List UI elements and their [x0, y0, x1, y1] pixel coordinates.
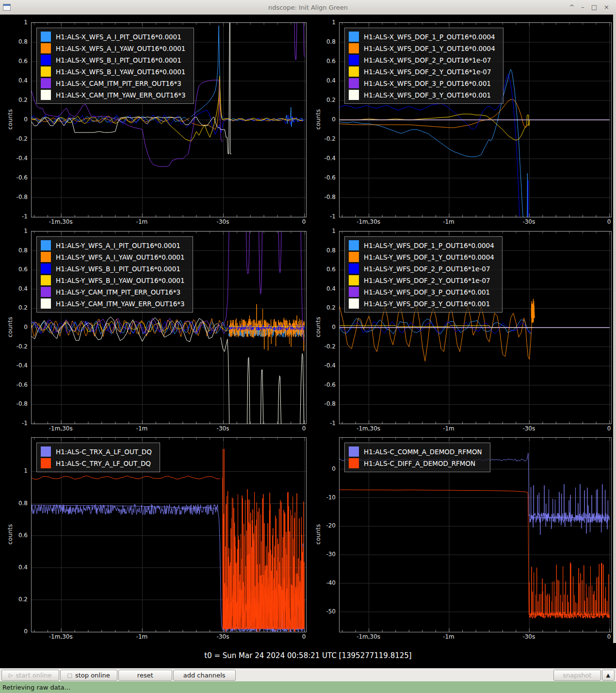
y-tick-label: 0	[0, 116, 28, 123]
plot-x-wfs-dof[interactable]: H1:ALS-X_WFS_DOF_1_P_OUT16*0.0004H1:ALS-…	[308, 15, 613, 228]
plot-trx-try[interactable]: H1:ALS-C_TRX_A_LF_OUT_DQH1:ALS-C_TRY_A_L…	[0, 434, 308, 643]
y-tick-label: 0.2	[308, 97, 336, 103]
x-tick-label: -1m,30s	[39, 633, 82, 640]
panel-toggle-button[interactable]: ▲	[602, 670, 615, 681]
y-tick-label: 0.8	[0, 38, 28, 45]
y-tick-label: -0.8	[0, 194, 28, 200]
plot-area[interactable]: H1:ALS-Y_WFS_A_I_PIT_OUT16*0.0001H1:ALS-…	[31, 231, 307, 424]
y-axis-label: counts	[6, 317, 14, 337]
legend-swatch	[349, 66, 359, 77]
plot-area[interactable]: H1:ALS-X_WFS_DOF_1_P_OUT16*0.0004H1:ALS-…	[339, 22, 612, 217]
plot-legend[interactable]: H1:ALS-X_WFS_A_I_PIT_OUT16*0.0001H1:ALS-…	[36, 28, 194, 104]
stop-icon: □	[67, 672, 72, 678]
maximize-icon[interactable]: □	[591, 0, 597, 15]
x-tick-label: -1m,30s	[39, 218, 82, 225]
y-tick-label: -0.8	[308, 194, 336, 200]
legend-swatch	[41, 55, 51, 65]
plot-area[interactable]: H1:ALS-X_WFS_A_I_PIT_OUT16*0.0001H1:ALS-…	[31, 22, 307, 217]
legend-entry: H1:ALS-X_WFS_A_I_YAW_OUT16*0.0001	[41, 43, 186, 53]
y-tick-label: -0.4	[308, 155, 336, 162]
x-tick-label: 0	[587, 425, 613, 432]
legend-entry: H1:ALS-X_WFS_DOF_1_Y_OUT16*0.0004	[349, 43, 495, 53]
y-axis-label: counts	[314, 109, 322, 130]
y-tick-label: -40	[308, 579, 336, 586]
legend-entry: H1:ALS-Y_WFS_B_I_PIT_OUT16*0.0001	[41, 264, 185, 274]
legend-channel-label: H1:ALS-X_WFS_DOF_2_P_OUT16*1e-07	[364, 56, 491, 64]
y-tick-label: 0.6	[0, 532, 28, 539]
legend-channel-label: H1:ALS-X_WFS_DOF_1_P_OUT16*0.0004	[364, 33, 495, 41]
plot-legend[interactable]: H1:ALS-C_COMM_A_DEMOD_RFMONH1:ALS-C_DIFF…	[344, 443, 490, 472]
close-icon[interactable]: ×	[604, 0, 609, 15]
y-axis-label: counts	[314, 317, 322, 337]
legend-channel-label: H1:ALS-X_CAM_ITM_YAW_ERR_OUT16*3	[56, 91, 186, 99]
plot-legend[interactable]: H1:ALS-C_TRX_A_LF_OUT_DQH1:ALS-C_TRY_A_L…	[36, 443, 160, 472]
legend-channel-label: H1:ALS-Y_WFS_A_I_PIT_OUT16*0.0001	[56, 242, 180, 249]
y-tick-label: -0.6	[308, 381, 336, 388]
reset-button[interactable]: reset	[118, 670, 172, 681]
status-bar: Retrieving raw data...	[0, 681, 616, 693]
legend-channel-label: H1:ALS-Y_CAM_ITM_PIT_ERR_OUT16*3	[56, 288, 180, 296]
y-tick-label: 0.2	[0, 97, 28, 103]
legend-swatch	[349, 78, 359, 88]
legend-swatch	[349, 32, 359, 42]
y-tick-label: -0.4	[0, 362, 28, 369]
legend-entry: H1:ALS-Y_WFS_DOF_3_P_OUT16*0.001	[349, 287, 494, 297]
plot-area[interactable]: H1:ALS-C_TRX_A_LF_OUT_DQH1:ALS-C_TRY_A_L…	[31, 437, 307, 632]
plot-x-wfs[interactable]: H1:ALS-X_WFS_A_I_PIT_OUT16*0.0001H1:ALS-…	[0, 15, 308, 228]
plot-y-wfs-dof[interactable]: H1:ALS-Y_WFS_DOF_1_P_OUT16*0.0004H1:ALS-…	[308, 228, 613, 434]
y-tick-label: 0	[0, 628, 28, 635]
legend-entry: H1:ALS-X_WFS_DOF_1_P_OUT16*0.0004	[349, 32, 495, 42]
t0-timestamp: t0 = Sun Mar 24 2024 00:58:21 UTC [13952…	[0, 643, 616, 668]
shade-icon[interactable]: ^	[569, 0, 574, 15]
legend-entry: H1:ALS-X_WFS_DOF_3_P_OUT16*0.001	[349, 78, 495, 88]
x-tick-label: -30s	[201, 425, 245, 432]
legend-channel-label: H1:ALS-X_WFS_DOF_2_Y_OUT16*1e-07	[364, 68, 491, 76]
legend-entry: H1:ALS-X_WFS_B_I_YAW_OUT16*0.0001	[41, 66, 186, 77]
title-bar[interactable]: ndscope: Init Align Green ^ – □ ×	[0, 0, 616, 15]
add-channels-button[interactable]: add channels	[173, 670, 236, 681]
plot-demod-rfmon[interactable]: H1:ALS-C_COMM_A_DEMOD_RFMONH1:ALS-C_DIFF…	[308, 434, 613, 643]
y-tick-label: -0.2	[0, 343, 28, 350]
x-tick-label: -1m,30s	[347, 633, 390, 640]
legend-entry: H1:ALS-C_DIFF_A_DEMOD_RFMON	[349, 458, 482, 468]
legend-swatch	[41, 446, 51, 457]
y-tick-label: 0	[308, 465, 336, 472]
legend-swatch	[41, 298, 51, 309]
y-tick-label: 0.4	[0, 285, 28, 292]
x-tick-label: -30s	[507, 633, 551, 640]
y-tick-label: -0.2	[308, 135, 336, 142]
y-tick-label: -1	[308, 420, 336, 427]
y-tick-label: 0.6	[308, 58, 336, 65]
legend-channel-label: H1:ALS-C_TRX_A_LF_OUT_DQ	[56, 448, 152, 456]
x-tick-label: -1m,30s	[39, 425, 82, 432]
legend-entry: H1:ALS-C_COMM_A_DEMOD_RFMON	[349, 446, 482, 457]
x-tick-label: 0	[282, 633, 308, 640]
x-tick-label: -1m	[120, 218, 163, 225]
legend-channel-label: H1:ALS-Y_WFS_A_I_YAW_OUT16*0.0001	[56, 253, 185, 261]
legend-swatch	[41, 90, 51, 100]
legend-channel-label: H1:ALS-C_COMM_A_DEMOD_RFMON	[364, 448, 482, 456]
legend-entry: H1:ALS-Y_WFS_B_I_YAW_OUT16*0.0001	[41, 275, 185, 285]
legend-channel-label: H1:ALS-Y_WFS_B_I_YAW_OUT16*0.0001	[56, 277, 185, 284]
y-tick-label: 0.6	[0, 58, 28, 65]
legend-entry: H1:ALS-Y_WFS_DOF_1_Y_OUT16*0.0004	[349, 252, 494, 262]
minimize-icon[interactable]: –	[581, 0, 584, 15]
legend-channel-label: H1:ALS-X_WFS_B_I_YAW_OUT16*0.0001	[56, 68, 185, 76]
plot-legend[interactable]: H1:ALS-Y_WFS_DOF_1_P_OUT16*0.0004H1:ALS-…	[344, 236, 503, 313]
plot-area[interactable]: H1:ALS-Y_WFS_DOF_1_P_OUT16*0.0004H1:ALS-…	[339, 231, 612, 424]
snapshot-button[interactable]: snapshot	[553, 670, 600, 681]
x-tick-label: 0	[282, 425, 308, 432]
y-tick-label: -0.8	[0, 400, 28, 407]
plot-area[interactable]: H1:ALS-C_COMM_A_DEMOD_RFMONH1:ALS-C_DIFF…	[339, 437, 612, 632]
legend-swatch	[349, 458, 359, 468]
plot-legend[interactable]: H1:ALS-X_WFS_DOF_1_P_OUT16*0.0004H1:ALS-…	[344, 28, 503, 104]
plot-y-wfs[interactable]: H1:ALS-Y_WFS_A_I_PIT_OUT16*0.0001H1:ALS-…	[0, 228, 308, 434]
window-edge	[613, 15, 616, 643]
legend-swatch	[41, 240, 51, 250]
legend-channel-label: H1:ALS-Y_WFS_DOF_1_Y_OUT16*0.0004	[364, 253, 494, 261]
legend-channel-label: H1:ALS-Y_CAM_ITM_YAW_ERR_OUT16*3	[56, 300, 185, 308]
plot-legend[interactable]: H1:ALS-Y_WFS_A_I_PIT_OUT16*0.0001H1:ALS-…	[36, 236, 193, 313]
triangle-up-icon: ▲	[606, 672, 610, 678]
start-online-button[interactable]: ▷ start online	[1, 670, 59, 681]
stop-online-button[interactable]: □ stop online	[60, 670, 117, 681]
